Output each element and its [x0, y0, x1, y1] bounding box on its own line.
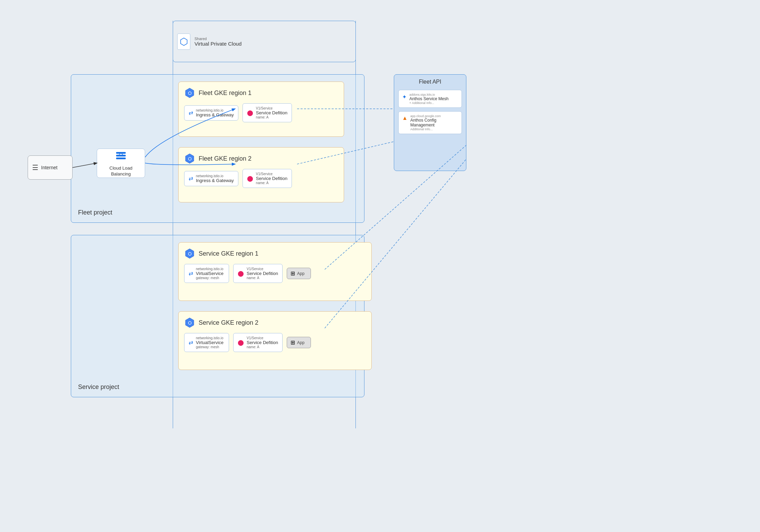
fleet-api-box: Fleet API ✦ addons.sigs.k8s.io Anthos Se…: [394, 74, 466, 171]
ingress-main2: Ingress & Gateway: [196, 178, 234, 183]
app-label2: App: [297, 340, 304, 345]
fleet-gke-region1-box: ⬡ Fleet GKE region 1 ⇄ networking.istio.…: [178, 82, 344, 137]
svg-text:⬡: ⬡: [188, 156, 192, 161]
anthos-config-title: Anthos Config Management: [410, 118, 458, 127]
vpc-box: ⬡ Shared Virtual Private Cloud: [173, 21, 356, 62]
svg-rect-10: [116, 158, 126, 159]
fleet-gke-region2-services: ⇄ networking.istio.io Ingress & Gateway …: [184, 169, 338, 188]
ingress-icon2: ⇄: [189, 175, 193, 182]
vpc-subtitle: Shared: [194, 37, 241, 41]
ingress-main1: Ingress & Gateway: [196, 112, 234, 117]
service-gke-region2-app-box: ⊞ App: [287, 337, 311, 348]
anthos-config-sub2: Additional Info...: [410, 127, 458, 131]
fleet-gke-region2-box: ⬡ Fleet GKE region 2 ⇄ networking.istio.…: [178, 147, 344, 202]
clb-label: Cloud Load Balancing: [100, 165, 142, 177]
ingress-subtitle1: networking.istio.io: [196, 108, 234, 112]
service-gke-region2-title-row: ⬡ Service GKE region 2: [184, 317, 366, 328]
app-label1: App: [297, 271, 304, 276]
vpc-icon: ⬡: [177, 34, 190, 50]
vpc-text: Shared Virtual Private Cloud: [194, 37, 241, 47]
fleet-gke-region1-services: ⇄ networking.istio.io Ingress & Gateway …: [184, 103, 338, 122]
vpc-title: Virtual Private Cloud: [194, 41, 241, 47]
svc-subtitle1: V1/Service: [247, 267, 278, 271]
svg-text:⬡: ⬡: [188, 251, 192, 256]
vs-sub1: gateway: mesh: [196, 276, 224, 280]
service-main1: Service Defition: [256, 110, 287, 115]
internet-node: ☰ Internet: [28, 155, 73, 180]
fleet-gke-region2-title: Fleet GKE region 2: [199, 155, 251, 162]
service-subtitle1: V1/Service: [256, 106, 287, 110]
service-gke-region1-title-row: ⬡ Service GKE region 1: [184, 248, 366, 259]
anthos-mesh-text: addons.sigs.k8s.io Anthos Service Mesh +…: [409, 93, 448, 105]
svg-rect-9: [116, 155, 126, 156]
fleet-api-title: Fleet API: [398, 79, 462, 85]
clb-icon: [115, 149, 127, 164]
fleet-gke-region1-service-box: ⬤ V1/Service Service Defition name: A: [243, 103, 292, 122]
service-project-label: Service project: [78, 383, 119, 391]
fleet-project-label: Fleet project: [78, 209, 112, 216]
svc-sub2: name: A: [247, 345, 278, 349]
vs-main2: VirtualService: [196, 340, 224, 345]
vs-sub2: gateway: mesh: [196, 345, 224, 349]
internet-icon: ☰: [32, 163, 38, 172]
fleet-gke-region2-ingress-box: ⇄ networking.istio.io Ingress & Gateway: [184, 171, 238, 186]
svc-main2: Service Defition: [247, 340, 278, 345]
fleet-gke-region2-service-box: ⬤ V1/Service Service Defition name: A: [243, 169, 292, 188]
fleet-api-item-2: ▲ app.cloud.google.com Anthos Config Man…: [398, 111, 462, 134]
svc-icon1: ⬤: [238, 270, 244, 277]
svc-subtitle2: V1/Service: [247, 336, 278, 340]
service-sub1: name: A: [256, 115, 287, 119]
vs-icon1: ⇄: [189, 270, 193, 277]
ingress-icon1: ⇄: [189, 110, 193, 116]
clb-node: Cloud Load Balancing: [97, 149, 145, 178]
svg-text:⬡: ⬡: [188, 321, 192, 325]
fleet-gke-region1-ingress-box: ⇄ networking.istio.io Ingress & Gateway: [184, 105, 238, 121]
service-subtitle2: V1/Service: [256, 172, 287, 176]
anthos-config-text: app.cloud.google.com Anthos Config Manag…: [410, 114, 458, 131]
service-project-box: Service project ⬡ Service GKE region 1 ⇄: [71, 235, 364, 397]
fleet-gke-region2-title-row: ⬡ Fleet GKE region 2: [184, 153, 338, 164]
vs-subtitle1: networking.istio.io: [196, 267, 224, 271]
internet-label: Internet: [41, 165, 57, 170]
service-gke-region1-icon: ⬡: [184, 248, 195, 259]
fleet-api-item-1: ✦ addons.sigs.k8s.io Anthos Service Mesh…: [398, 90, 462, 108]
diagram-container: ⬡ Shared Virtual Private Cloud Fleet pro…: [21, 21, 739, 511]
service-gke-region2-icon: ⬡: [184, 317, 195, 328]
service-gke-region2-title: Service GKE region 2: [199, 319, 258, 326]
svg-text:⬡: ⬡: [188, 91, 192, 96]
service-main2: Service Defition: [256, 176, 287, 181]
anthos-mesh-sub2: + Additional Info...: [409, 101, 448, 105]
service-gke-region2-vs-box: ⇄ networking.istio.io VirtualService gat…: [184, 333, 229, 352]
vs-subtitle2: networking.istio.io: [196, 336, 224, 340]
service-gke-region2-services: ⇄ networking.istio.io VirtualService gat…: [184, 333, 366, 352]
service-gke-region1-services: ⇄ networking.istio.io VirtualService gat…: [184, 264, 366, 283]
service-icon1: ⬤: [247, 110, 253, 116]
service-gke-region2-svc-box: ⬤ V1/Service Service Defition name: A: [233, 333, 283, 352]
service-gke-region1-title: Service GKE region 1: [199, 250, 258, 257]
svc-icon2: ⬤: [238, 339, 244, 346]
anthos-mesh-icon: ✦: [402, 94, 407, 100]
service-sub2: name: A: [256, 181, 287, 185]
app-grid-icon1: ⊞: [291, 270, 295, 277]
app-grid-icon2: ⊞: [291, 339, 295, 346]
service-gke-region1-box: ⬡ Service GKE region 1 ⇄ networking.isti…: [178, 242, 372, 301]
anthos-config-subtitle: app.cloud.google.com: [410, 114, 458, 118]
anthos-mesh-subtitle: addons.sigs.k8s.io: [409, 93, 448, 96]
fleet-gke-region1-title-row: ⬡ Fleet GKE region 1: [184, 87, 338, 98]
service-gke-region2-box: ⬡ Service GKE region 2 ⇄ networking.isti…: [178, 311, 372, 370]
fleet-gke-region2-icon: ⬡: [184, 153, 195, 164]
vs-icon2: ⇄: [189, 339, 193, 346]
anthos-mesh-title: Anthos Service Mesh: [409, 96, 448, 101]
service-gke-region1-svc-box: ⬤ V1/Service Service Defition name: A: [233, 264, 283, 283]
ingress-subtitle2: networking.istio.io: [196, 174, 234, 178]
service-gke-region1-vs-box: ⇄ networking.istio.io VirtualService gat…: [184, 264, 229, 283]
service-icon2: ⬤: [247, 175, 253, 182]
svc-main1: Service Defition: [247, 271, 278, 276]
anthos-config-icon: ▲: [402, 115, 408, 121]
svc-sub1: name: A: [247, 276, 278, 280]
vs-main1: VirtualService: [196, 271, 224, 276]
fleet-gke-region1-icon: ⬡: [184, 87, 195, 98]
service-gke-region1-app-box: ⊞ App: [287, 268, 311, 279]
fleet-gke-region1-title: Fleet GKE region 1: [199, 89, 251, 97]
